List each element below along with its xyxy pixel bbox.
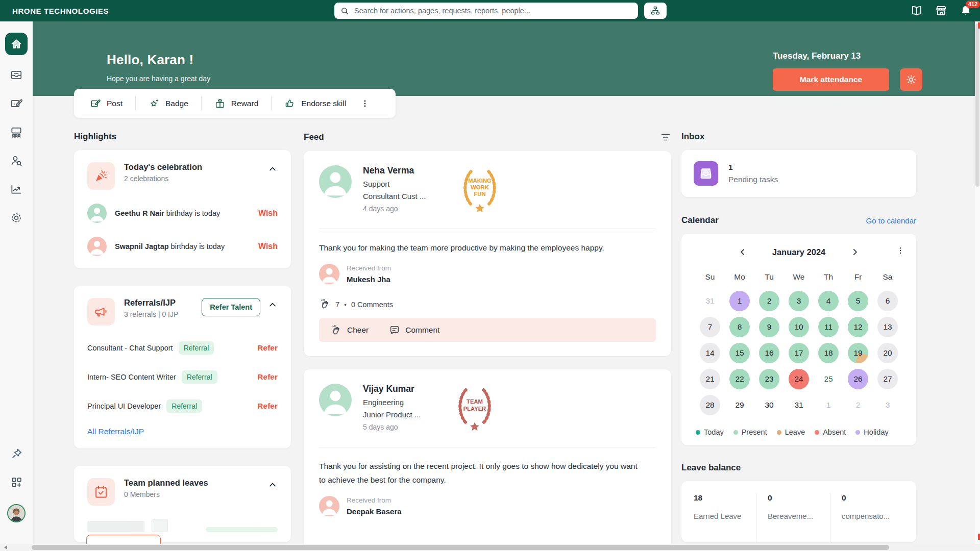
refer-link[interactable]: Refer xyxy=(257,343,278,353)
sidebar-item-requests[interactable] xyxy=(10,97,23,110)
calendar-menu-button[interactable] xyxy=(896,246,905,257)
sidebar-item-directory[interactable] xyxy=(10,154,23,167)
post-author[interactable]: Vijay Kumar xyxy=(363,384,421,394)
header-band: Hello, Karan ! Hope you are having a gre… xyxy=(33,21,980,96)
calendar-day[interactable]: 18 xyxy=(818,343,839,363)
calendar-day[interactable]: 23 xyxy=(759,369,779,389)
sidebar-item-reports[interactable] xyxy=(10,183,23,196)
notifications-bell[interactable]: 412 xyxy=(960,5,972,17)
calendar-day[interactable]: 7 xyxy=(700,317,720,337)
post-role: Junior Product ... xyxy=(363,410,421,419)
received-from-name[interactable]: Mukesh Jha xyxy=(347,275,391,284)
prev-month-chevron[interactable] xyxy=(738,247,748,257)
calendar-day[interactable]: 30 xyxy=(759,395,779,415)
calendar-day[interactable]: 4 xyxy=(818,291,839,311)
thumbs-up-icon xyxy=(284,98,296,109)
legend-label: Present xyxy=(742,428,767,436)
wish-link[interactable]: Wish xyxy=(258,242,278,251)
sidebar-item-inbox[interactable] xyxy=(10,68,23,82)
calendar-day[interactable]: 24 xyxy=(789,369,809,389)
scroll-left-arrow[interactable] xyxy=(4,545,7,549)
vertical-scrollbar[interactable] xyxy=(975,21,980,544)
calendar-day[interactable]: 25 xyxy=(818,369,839,389)
horizontal-scrollbar[interactable] xyxy=(0,544,980,551)
calendar-day[interactable]: 13 xyxy=(877,317,898,337)
calendar-day[interactable]: 26 xyxy=(848,369,868,389)
refer-talent-button[interactable]: Refer Talent xyxy=(202,298,260,316)
calendar-day[interactable]: 6 xyxy=(877,291,898,311)
sidebar-item-apps[interactable] xyxy=(10,475,23,489)
calendar-day[interactable]: 2 xyxy=(759,291,779,311)
collapse-chevron-icon[interactable] xyxy=(267,478,278,492)
calendar-day[interactable]: 3 xyxy=(789,291,809,311)
calendar-day[interactable]: 12 xyxy=(848,317,868,337)
calendar-day[interactable]: 9 xyxy=(759,317,779,337)
celebration-text: birthday is today xyxy=(169,242,225,251)
sidebar-item-settings[interactable] xyxy=(10,211,23,224)
calendar-day[interactable]: 10 xyxy=(789,317,809,337)
highlights-column: Highlights Today's celebration 2 celebra… xyxy=(74,132,291,542)
calendar-day[interactable]: 5 xyxy=(848,291,868,311)
attendance-settings-button[interactable] xyxy=(900,68,922,91)
calendar-day[interactable]: 19 xyxy=(848,343,868,363)
wish-link[interactable]: Wish xyxy=(258,209,278,218)
reward-button[interactable]: Reward xyxy=(202,98,271,109)
calendar-day[interactable]: 28 xyxy=(700,395,720,415)
comment-button[interactable]: Comment xyxy=(389,324,439,336)
feed-title: Feed xyxy=(304,132,324,142)
collapse-chevron-icon[interactable] xyxy=(267,298,278,312)
calendar-day[interactable]: 11 xyxy=(818,317,839,337)
calendar-day[interactable]: 17 xyxy=(789,343,809,363)
sidebar-item-home[interactable] xyxy=(5,33,28,55)
next-month-chevron[interactable] xyxy=(850,247,860,257)
post-author[interactable]: Neha Verma xyxy=(363,165,426,176)
leave-balance-title: Leave balance xyxy=(681,463,916,473)
calendar-day[interactable]: 16 xyxy=(759,343,779,363)
refer-link[interactable]: Refer xyxy=(257,402,278,411)
go-to-calendar-link[interactable]: Go to calendar xyxy=(866,216,916,225)
right-column: Inbox 1 Pending tasks Calendar Go to cal… xyxy=(681,132,916,542)
search-input[interactable] xyxy=(354,7,632,15)
svg-text:WORK: WORK xyxy=(471,184,489,190)
calendar-day[interactable]: 20 xyxy=(877,343,898,363)
calendar-day[interactable]: 15 xyxy=(729,343,750,363)
calendar-day[interactable]: 3 xyxy=(877,395,898,415)
feed-filter-icon[interactable] xyxy=(660,132,671,143)
org-chart-button[interactable] xyxy=(644,3,667,19)
handbook-icon[interactable] xyxy=(911,5,923,17)
vertical-scroll-thumb[interactable] xyxy=(975,23,979,187)
calendar-day[interactable]: 14 xyxy=(700,343,720,363)
mark-attendance-button[interactable]: Mark attendance xyxy=(773,68,889,91)
inbox-card[interactable]: 1 Pending tasks xyxy=(681,150,916,197)
post-label: Post xyxy=(107,99,122,108)
sidebar-item-pin[interactable] xyxy=(10,447,23,460)
calendar-grid: SuMoTuWeThFrSa31123456789101112131415161… xyxy=(690,266,908,418)
marketplace-icon[interactable] xyxy=(935,5,947,17)
global-search[interactable] xyxy=(334,3,638,19)
collapse-chevron-icon[interactable] xyxy=(267,162,278,177)
received-from-name[interactable]: Deepak Basera xyxy=(347,507,402,516)
calendar-day[interactable]: 2 xyxy=(848,395,868,415)
sidebar-item-team[interactable] xyxy=(10,126,23,139)
comments-count[interactable]: 0 Comments xyxy=(351,300,393,309)
user-avatar[interactable] xyxy=(7,504,26,522)
calendar-day[interactable]: 1 xyxy=(729,291,750,311)
cheer-button[interactable]: Cheer xyxy=(330,324,369,336)
today-dot xyxy=(696,430,700,435)
calendar-day[interactable]: 31 xyxy=(700,291,720,311)
refer-link[interactable]: Refer xyxy=(257,372,278,382)
post-button[interactable]: Post xyxy=(77,98,135,109)
calendar-day[interactable]: 29 xyxy=(729,395,750,415)
horizontal-scroll-thumb[interactable] xyxy=(32,545,889,550)
endorse-skill-button[interactable]: Endorse skill xyxy=(272,98,359,109)
all-referrals-link[interactable]: All Referrals/IJP xyxy=(87,427,144,436)
calendar-day[interactable]: 22 xyxy=(729,369,750,389)
calendar-day[interactable]: 21 xyxy=(700,369,720,389)
calendar-day[interactable]: 31 xyxy=(789,395,809,415)
badge-button[interactable]: Badge xyxy=(136,98,201,109)
calendar-day[interactable]: 1 xyxy=(818,395,839,415)
more-actions-button[interactable] xyxy=(359,98,375,109)
calendar-day[interactable]: 8 xyxy=(729,317,750,337)
avatar xyxy=(87,204,107,223)
calendar-day[interactable]: 27 xyxy=(877,369,898,389)
